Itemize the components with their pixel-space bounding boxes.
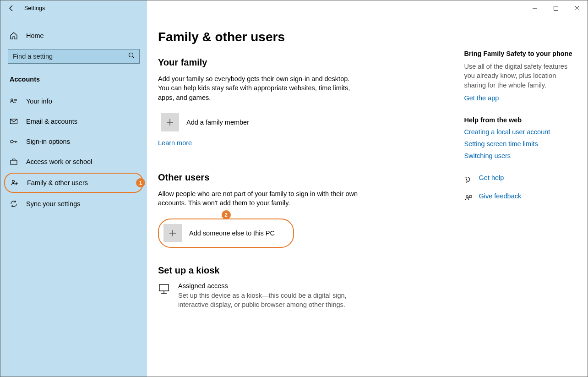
app-name: Settings [24, 5, 45, 11]
help-web-heading: Help from the web [464, 116, 577, 124]
family-safety-desc: Use all of the digital safety features y… [464, 62, 577, 90]
maximize-button[interactable] [545, 0, 566, 16]
mail-icon [10, 117, 18, 126]
sidebar: Home Accounts Your info Email & accounts [0, 16, 147, 377]
sidebar-item-access-work-school[interactable]: Access work or school [0, 152, 147, 172]
svg-rect-21 [159, 284, 169, 291]
add-someone-else-button[interactable]: Add someone else to this PC [158, 219, 294, 248]
help-link-switching-users[interactable]: Switching users [464, 152, 577, 159]
family-safety-heading: Bring Family Safety to your phone [464, 50, 577, 57]
add-someone-else-label: Add someone else to this PC [189, 229, 275, 237]
plus-icon [161, 113, 179, 131]
plus-icon [163, 224, 182, 242]
titlebar: Settings [0, 0, 588, 16]
your-family-desc: Add your family so everybody gets their … [158, 74, 359, 102]
add-family-member-label: Add a family member [186, 119, 249, 126]
search-icon [128, 52, 135, 60]
sidebar-item-email-accounts[interactable]: Email & accounts [0, 111, 147, 131]
nav-label: Email & accounts [26, 118, 77, 125]
svg-point-9 [11, 140, 13, 143]
people-icon [11, 179, 19, 187]
give-feedback-link[interactable]: Give feedback [464, 192, 577, 204]
person-card-icon [10, 97, 18, 105]
help-icon [464, 176, 473, 184]
window-controls [147, 0, 588, 16]
nav-label: Family & other users [27, 179, 88, 186]
get-help-link[interactable]: Get help [464, 174, 577, 186]
annotation-badge-2: 2 [222, 210, 231, 219]
sidebar-item-sync-settings[interactable]: Sync your settings [0, 194, 147, 214]
key-icon [10, 137, 18, 146]
help-link-local-user[interactable]: Creating a local user account [464, 128, 577, 136]
svg-rect-13 [11, 160, 17, 164]
add-family-member-button[interactable]: Add a family member [158, 110, 446, 134]
sidebar-item-your-info[interactable]: Your info [0, 91, 147, 111]
home-label: Home [26, 32, 44, 39]
assigned-access-button[interactable]: Assigned access Set up this device as a … [158, 282, 446, 309]
nav-label: Sign-in options [26, 138, 70, 145]
assigned-access-title: Assigned access [178, 282, 361, 290]
sidebar-item-sign-in-options[interactable]: Sign-in options [0, 131, 147, 152]
sidebar-home[interactable]: Home [0, 27, 147, 44]
minimize-button[interactable] [524, 0, 545, 16]
back-icon[interactable] [8, 5, 15, 12]
page-title: Family & other users [158, 30, 446, 44]
svg-point-4 [11, 99, 13, 101]
your-family-heading: Your family [158, 57, 446, 68]
learn-more-link[interactable]: Learn more [158, 139, 192, 147]
sidebar-section-label: Accounts [0, 72, 147, 91]
kiosk-heading: Set up a kiosk [158, 265, 446, 276]
svg-point-24 [466, 196, 468, 197]
search-input[interactable] [8, 49, 140, 64]
get-the-app-link[interactable]: Get the app [464, 94, 577, 102]
svg-rect-1 [554, 6, 558, 11]
annotation-badge-1: 1 [136, 178, 145, 187]
nav-label: Your info [26, 98, 52, 105]
svg-rect-25 [469, 196, 472, 197]
sidebar-item-family-other-users[interactable]: Family & other users 1 [4, 173, 143, 193]
nav-label: Access work or school [26, 158, 92, 165]
sync-icon [10, 200, 18, 208]
svg-line-3 [133, 57, 135, 59]
get-help-label[interactable]: Get help [479, 174, 504, 181]
close-button[interactable] [566, 0, 588, 16]
kiosk-icon [158, 282, 171, 297]
home-icon [10, 32, 18, 40]
titlebar-left: Settings [0, 0, 147, 16]
briefcase-icon [10, 158, 18, 166]
svg-point-2 [129, 53, 133, 57]
feedback-icon [464, 194, 473, 202]
other-users-heading: Other users [158, 172, 446, 183]
help-link-screen-time[interactable]: Setting screen time limits [464, 140, 577, 148]
main-content: Family & other users Your family Add you… [147, 16, 588, 377]
search-field[interactable] [13, 53, 128, 60]
svg-point-14 [12, 180, 15, 183]
give-feedback-label[interactable]: Give feedback [479, 192, 522, 200]
other-users-desc: Allow people who are not part of your fa… [158, 189, 359, 208]
nav-label: Sync your settings [26, 200, 80, 208]
right-column: Bring Family Safety to your phone Use al… [464, 30, 577, 363]
assigned-access-desc: Set up this device as a kiosk—this could… [178, 291, 361, 309]
